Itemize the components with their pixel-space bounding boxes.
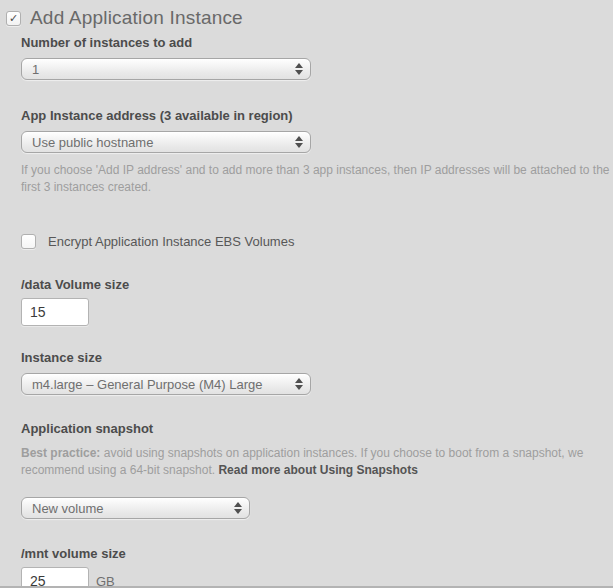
- data-volume-size-input[interactable]: [21, 298, 89, 326]
- encrypt-checkbox-row: Encrypt Application Instance EBS Volumes: [21, 234, 613, 249]
- mnt-volume-size-input[interactable]: [21, 567, 89, 588]
- best-practice-label: Best practice:: [21, 446, 100, 460]
- select-stepper-icon: [295, 63, 303, 75]
- instance-size-selected-value: m4.large – General Purpose (M4) Large: [32, 377, 263, 392]
- checkmark-icon: ✓: [9, 13, 18, 24]
- address-selected-value: Use public hostname: [32, 135, 153, 150]
- select-stepper-icon: [234, 502, 242, 514]
- application-snapshot-label: Application snapshot: [21, 422, 613, 436]
- instance-size-select[interactable]: m4.large – General Purpose (M4) Large: [21, 373, 311, 395]
- mnt-volume-size-label: /mnt volume size: [21, 547, 613, 561]
- data-volume-size-label: /data Volume size: [21, 278, 613, 292]
- snapshot-help-text: Best practice: avoid using snapshots on …: [21, 445, 613, 479]
- snapshot-selected-value: New volume: [32, 501, 104, 516]
- num-instances-select[interactable]: 1: [21, 58, 311, 80]
- select-stepper-icon: [295, 136, 303, 148]
- add-application-instance-panel: ✓ Add Application Instance Number of ins…: [0, 0, 613, 588]
- panel-header: ✓ Add Application Instance: [0, 0, 613, 29]
- select-stepper-icon: [295, 378, 303, 390]
- snapshot-select[interactable]: New volume: [21, 497, 250, 519]
- address-select[interactable]: Use public hostname: [21, 131, 311, 153]
- form-content: Number of instances to add 1 App Instanc…: [0, 36, 613, 588]
- encrypt-checkbox[interactable]: [21, 234, 36, 249]
- num-instances-label: Number of instances to add: [21, 36, 613, 50]
- num-instances-selected-value: 1: [32, 62, 39, 77]
- mnt-volume-size-row: GB: [21, 567, 613, 588]
- address-help-text: If you choose 'Add IP address' and to ad…: [21, 162, 613, 196]
- read-more-snapshots-link[interactable]: Read more about Using Snapshots: [218, 463, 417, 477]
- add-application-instance-checkbox[interactable]: ✓: [6, 11, 21, 26]
- address-label: App Instance address (3 available in reg…: [21, 109, 613, 123]
- encrypt-checkbox-label: Encrypt Application Instance EBS Volumes: [48, 234, 294, 249]
- page-title: Add Application Instance: [30, 7, 243, 29]
- instance-size-label: Instance size: [21, 351, 613, 365]
